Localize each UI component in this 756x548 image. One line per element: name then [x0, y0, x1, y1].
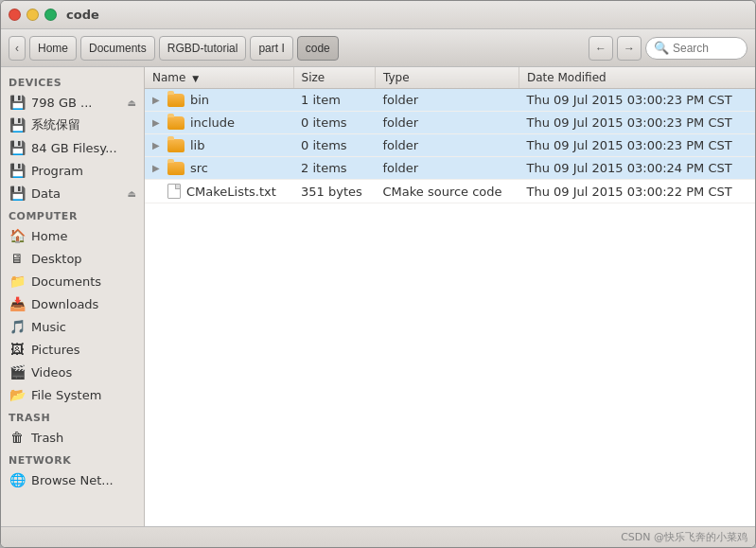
breadcrumb-code[interactable]: code — [297, 36, 339, 61]
drive-icon-3: 💾 — [9, 139, 26, 156]
search-icon: 🔍 — [654, 41, 669, 55]
col-name[interactable]: Name ▼ — [145, 67, 293, 89]
sidebar-item-videos[interactable]: 🎬 Videos — [1, 361, 144, 383]
col-date[interactable]: Date Modified — [519, 67, 755, 89]
table-row[interactable]: ▶lib0 itemsfolderThu 09 Jul 2015 03:00:2… — [145, 134, 755, 157]
desktop-icon: 🖥 — [9, 250, 26, 267]
breadcrumb-rgbd-label: RGBD-tutorial — [167, 42, 238, 55]
breadcrumb-documents[interactable]: Documents — [80, 36, 155, 61]
file-type-cell: CMake source code — [375, 180, 519, 203]
statusbar: CSDN @快乐飞奔的小菜鸡 — [1, 526, 755, 547]
breadcrumb-parti-label: part I — [258, 42, 284, 55]
folder-icon — [167, 116, 185, 130]
sidebar-item-798gb[interactable]: 💾 798 GB ... ⏏ — [1, 91, 144, 114]
sidebar-item-pictures[interactable]: 🖼 Pictures — [1, 338, 144, 361]
file-size-cell: 0 items — [293, 112, 375, 134]
traffic-lights — [9, 9, 57, 21]
table-header-row: Name ▼ Size Type Date Modified — [145, 67, 755, 89]
downloads-icon: 📥 — [9, 295, 26, 312]
breadcrumb-rgbd[interactable]: RGBD-tutorial — [159, 36, 247, 61]
back-nav-button[interactable]: ‹ — [9, 36, 26, 61]
file-type-cell: folder — [375, 134, 519, 157]
music-icon: 🎵 — [9, 318, 26, 335]
window-title: code — [66, 8, 99, 22]
sidebar-item-desktop[interactable]: 🖥 Desktop — [1, 247, 144, 270]
minimize-button[interactable] — [26, 9, 39, 21]
filesystem-icon: 📂 — [9, 386, 26, 403]
expand-arrow[interactable]: ▶ — [152, 95, 162, 105]
expand-arrow[interactable]: ▶ — [152, 117, 162, 128]
search-box[interactable]: 🔍 — [645, 37, 747, 60]
eject-icon[interactable]: ⏏ — [128, 97, 136, 108]
file-type-cell: folder — [375, 112, 519, 134]
sidebar-item-program-label: Program — [31, 164, 83, 178]
sidebar-item-program[interactable]: 💾 Program — [1, 159, 144, 182]
drive-icon-4: 💾 — [9, 162, 26, 179]
sidebar-item-documents-label: Documents — [31, 274, 101, 289]
statusbar-text: CSDN @快乐飞奔的小菜鸡 — [621, 530, 747, 544]
sidebar-item-trash[interactable]: 🗑 Trash — [1, 426, 144, 449]
expand-arrow[interactable]: ▶ — [152, 140, 162, 150]
file-name-cell: CMakeLists.txt — [145, 180, 293, 203]
file-size-cell: 351 bytes — [293, 180, 375, 203]
file-size-cell: 2 items — [293, 157, 375, 180]
sidebar-section-network: Network — [1, 449, 144, 468]
nav-back-arrow[interactable]: ← — [589, 36, 613, 61]
expand-arrow[interactable]: ▶ — [152, 163, 162, 173]
sidebar-item-home[interactable]: 🏠 Home — [1, 224, 144, 247]
home-icon: 🏠 — [9, 227, 26, 244]
sidebar-item-trash-label: Trash — [31, 431, 63, 445]
drive-icon-5: 💾 — [9, 185, 26, 202]
file-name-label: lib — [190, 138, 204, 152]
sidebar-item-84gb[interactable]: 💾 84 GB Filesy... — [1, 136, 144, 159]
sidebar-item-84gb-label: 84 GB Filesy... — [31, 141, 117, 155]
folder-icon — [167, 162, 185, 175]
sidebar-item-music[interactable]: 🎵 Music — [1, 315, 144, 338]
search-input[interactable] — [673, 42, 739, 55]
sidebar-section-computer: Computer — [1, 204, 144, 224]
drive-icon-2: 💾 — [9, 116, 26, 133]
file-manager-window: code ‹ Home Documents RGBD-tutorial part… — [0, 0, 756, 548]
sidebar-item-filesystem[interactable]: 📂 File System — [1, 383, 144, 406]
sidebar-item-system[interactable]: 💾 系统保留 — [1, 114, 144, 136]
table-row[interactable]: ▶bin1 itemfolderThu 09 Jul 2015 03:00:23… — [145, 89, 755, 112]
sidebar-item-downloads-label: Downloads — [31, 297, 98, 311]
file-date-cell: Thu 09 Jul 2015 03:00:23 PM CST — [519, 89, 755, 112]
sidebar-item-pictures-label: Pictures — [31, 343, 79, 357]
table-row[interactable]: ▶include0 itemsfolderThu 09 Jul 2015 03:… — [145, 112, 755, 134]
sidebar-item-documents[interactable]: 📁 Documents — [1, 270, 144, 292]
table-row[interactable]: CMakeLists.txt351 bytesCMake source code… — [145, 180, 755, 203]
breadcrumb-home-label: Home — [38, 42, 68, 55]
sidebar-item-music-label: Music — [31, 320, 66, 334]
pictures-icon: 🖼 — [9, 341, 26, 358]
table-row[interactable]: ▶src2 itemsfolderThu 09 Jul 2015 03:00:2… — [145, 157, 755, 180]
sidebar-item-filesystem-label: File System — [31, 388, 101, 402]
breadcrumb-home[interactable]: Home — [29, 36, 77, 61]
col-size[interactable]: Size — [293, 67, 375, 89]
documents-icon: 📁 — [9, 273, 26, 290]
file-name-label: include — [190, 115, 235, 130]
eject-icon-2[interactable]: ⏏ — [128, 188, 136, 199]
sidebar-item-downloads[interactable]: 📥 Downloads — [1, 292, 144, 315]
close-button[interactable] — [9, 9, 21, 21]
sidebar-item-home-label: Home — [31, 229, 67, 243]
file-table: Name ▼ Size Type Date Modified — [145, 67, 755, 203]
breadcrumb-parti[interactable]: part I — [250, 36, 292, 61]
sidebar-item-data-label: Data — [31, 186, 61, 201]
file-name-label: CMakeLists.txt — [186, 185, 276, 199]
maximize-button[interactable] — [44, 9, 57, 21]
sidebar-item-browse-net[interactable]: 🌐 Browse Net... — [1, 468, 144, 491]
file-icon — [167, 184, 181, 199]
left-arrow-icon: ← — [595, 42, 607, 55]
sidebar-item-data[interactable]: 💾 Data ⏏ — [1, 182, 144, 204]
videos-icon: 🎬 — [9, 363, 26, 380]
col-type[interactable]: Type — [375, 67, 519, 89]
file-name-cell: ▶src — [145, 157, 293, 180]
toolbar: ‹ Home Documents RGBD-tutorial part I co… — [1, 29, 755, 67]
nav-forward-arrow[interactable]: → — [617, 36, 642, 61]
file-size-cell: 1 item — [293, 89, 375, 112]
file-name-cell: ▶include — [145, 112, 293, 134]
file-type-cell: folder — [375, 89, 519, 112]
back-arrow-icon: ‹ — [15, 42, 19, 55]
file-date-cell: Thu 09 Jul 2015 03:00:23 PM CST — [519, 134, 755, 157]
